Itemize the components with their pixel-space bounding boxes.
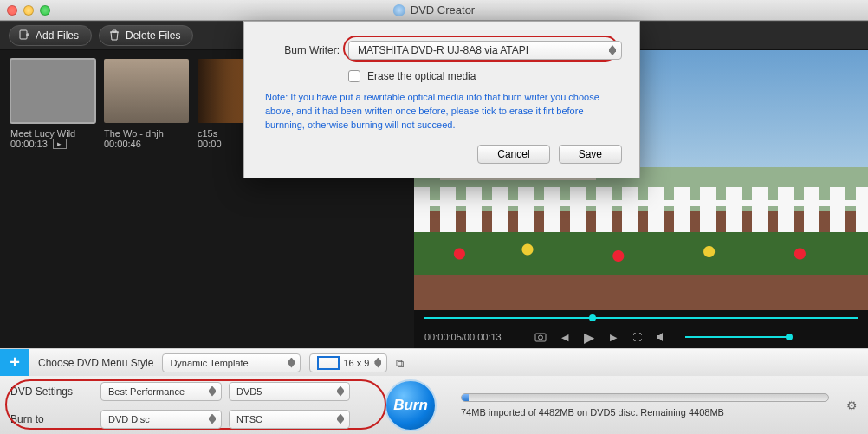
delete-files-button[interactable]: Delete Files — [99, 25, 193, 46]
play-icon[interactable]: ▶ — [583, 331, 595, 343]
svg-rect-3 — [535, 334, 546, 341]
template-select[interactable]: Dynamic Template — [162, 353, 301, 372]
seek-track[interactable] — [414, 310, 868, 326]
choose-menu-label: Choose DVD Menu Style — [38, 357, 153, 369]
add-files-button[interactable]: Add Files — [9, 25, 92, 46]
save-button[interactable]: Save — [559, 145, 622, 164]
burn-writer-label: Burn Writer: — [262, 44, 340, 56]
preview-menu-icon[interactable]: ⧉ — [396, 357, 410, 369]
aspect-select[interactable]: 16 x 9 — [309, 353, 387, 372]
window-controls — [7, 5, 50, 16]
app-icon — [393, 4, 405, 16]
trash-icon — [108, 29, 120, 42]
svg-rect-0 — [20, 30, 27, 39]
thumbnail-title: Meet Lucy Wild — [10, 128, 95, 139]
tv-standard-select[interactable]: NTSC — [229, 410, 350, 429]
thumbnail-time: 00:00:13 ▸ — [10, 139, 95, 149]
volume-icon[interactable] — [656, 331, 668, 343]
window-title-text: DVD Creator — [411, 3, 475, 16]
prev-icon[interactable]: ◀ — [559, 331, 571, 343]
playback-bar: 00:00:05/00:00:13 ◀ ▶ ▶ ⛶ — [414, 310, 868, 348]
burn-writer-dialog: Burn Writer: MATSHITA DVD-R UJ-8A8 via A… — [243, 21, 640, 178]
burn-destination-select[interactable]: DVD Disc — [100, 410, 222, 429]
settings-gear-icon[interactable]: ⚙ — [846, 398, 858, 412]
add-menu-style-button[interactable]: + — [0, 349, 29, 377]
aspect-icon — [317, 356, 340, 370]
cancel-button[interactable]: Cancel — [477, 145, 549, 164]
snapshot-icon[interactable] — [534, 331, 547, 343]
burn-writer-select[interactable]: MATSHITA DVD-R UJ-8A8 via ATAPI — [348, 41, 622, 60]
delete-files-label: Delete Files — [126, 29, 180, 42]
titlebar: DVD Creator — [0, 0, 868, 21]
svg-point-4 — [538, 335, 542, 340]
close-window-button[interactable] — [7, 5, 17, 16]
export-icon[interactable]: ▸ — [53, 139, 67, 149]
dvd-type-select[interactable]: DVD5 — [229, 382, 350, 401]
burn-to-label: Burn to — [10, 413, 94, 425]
settings-row: DVD Settings Best Performance DVD5 Burn … — [0, 376, 868, 434]
thumbnail-image — [10, 59, 95, 123]
thumbnail-time: 00:00:46 — [104, 139, 189, 149]
erase-media-checkbox[interactable] — [348, 70, 360, 82]
thumbnail-title: The Wo - dhjh — [104, 128, 189, 139]
add-file-icon — [18, 29, 30, 42]
volume-slider[interactable] — [685, 336, 789, 338]
erase-media-label: Erase the optical media — [367, 70, 476, 82]
fullscreen-icon[interactable]: ⛶ — [632, 331, 644, 343]
window-title: DVD Creator — [393, 3, 475, 16]
add-files-label: Add Files — [36, 29, 79, 42]
dvd-settings-label: DVD Settings — [10, 385, 94, 398]
menu-style-row: + Choose DVD Menu Style Dynamic Template… — [0, 348, 868, 376]
thumbnail-image — [104, 59, 189, 123]
import-progress-text: 74MB imported of 4482MB on DVD5 disc. Re… — [461, 407, 829, 418]
minimize-window-button[interactable] — [23, 5, 34, 16]
import-progress — [461, 393, 829, 402]
zoom-window-button[interactable] — [40, 5, 50, 16]
dialog-note: Note: If you have put a rewritable optic… — [265, 91, 619, 133]
performance-select[interactable]: Best Performance — [100, 382, 222, 401]
thumbnail-item[interactable]: Meet Lucy Wild 00:00:13 ▸ — [10, 59, 95, 340]
next-icon[interactable]: ▶ — [607, 331, 619, 343]
burn-button[interactable]: Burn — [385, 379, 437, 431]
time-display: 00:00:05/00:00:13 — [424, 332, 502, 342]
thumbnail-item[interactable]: The Wo - dhjh 00:00:46 — [104, 59, 189, 340]
